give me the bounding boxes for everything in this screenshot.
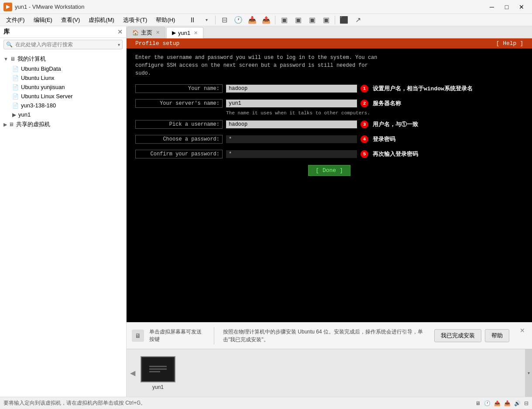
done-button[interactable]: [ Done ]: [308, 165, 350, 176]
installer-title: Profile setup: [135, 40, 179, 47]
status-icon-4: 📥: [504, 400, 511, 406]
close-button[interactable]: ✕: [515, 3, 529, 11]
app-icon-symbol: ▶: [6, 4, 10, 10]
thumb-scroll-left-icon[interactable]: ◀: [130, 369, 135, 377]
vm-icon: 📄: [12, 75, 19, 81]
ann-text-2: 服务器名称: [371, 99, 403, 108]
menu-tabs[interactable]: 选项卡(T): [119, 15, 152, 25]
sidebar-item-ubuntu-linux-server[interactable]: 📄 Ubuntu Linux Server: [9, 92, 126, 101]
tab-home-close[interactable]: ✕: [156, 30, 160, 35]
bottom-close-icon[interactable]: ✕: [518, 325, 527, 336]
toolbar-expand-btn[interactable]: ↗: [352, 15, 364, 25]
installer-description: Enter the username and password you will…: [135, 54, 523, 77]
toolbar-vm1-btn[interactable]: ▣: [278, 15, 290, 25]
toolbar-receive-btn[interactable]: 📤: [260, 15, 272, 25]
bottom-panel: 🖥 单击虚拟屏幕幕可发送按键 按照在物理计算机中的步骤安装 Ubuntu 64 …: [127, 322, 532, 397]
input-username[interactable]: hadoop: [226, 120, 357, 128]
sidebar-item-ubuntu-yunjisuan[interactable]: 📄 Ubuntu yunjisuan: [9, 82, 126, 92]
thumb-scroll-right-icon[interactable]: ▾: [525, 349, 532, 397]
done-button-container: [ Done ]: [135, 167, 523, 174]
sidebar-item-yun1[interactable]: ▶ yun1: [9, 110, 126, 119]
toolbar-pause-btn[interactable]: ⏸: [186, 15, 199, 25]
ann-text-3: 用户名，与①一致: [371, 120, 420, 129]
menu-file[interactable]: 文件(F): [2, 15, 29, 25]
annotation-3: 3 用户名，与①一致: [360, 120, 420, 129]
sidebar-search-container: 🔍 ▾: [0, 38, 126, 51]
thumbnail-yun1[interactable]: yun1: [141, 356, 175, 390]
tab-yun1-label: yun1: [178, 30, 190, 36]
tab-home[interactable]: 🏠 主页 ✕: [127, 27, 165, 38]
tab-yun1[interactable]: ▶ yun1 ✕: [166, 27, 203, 38]
sidebar-item-my-computer[interactable]: ▼ 🖥 我的计算机: [0, 54, 126, 64]
installer-help: [ Help ]: [496, 40, 523, 47]
menu-view[interactable]: 查看(V): [57, 15, 84, 25]
vm-icon: 📄: [12, 84, 19, 90]
sidebar-title: 库: [3, 28, 10, 36]
ann-text-4: 登录密码: [371, 135, 397, 144]
circle-num-2: 2: [360, 100, 368, 107]
statusbar-text: 要将输入定向到该虚拟机，请在虚拟机内部单击或按 Ctrl+G。: [3, 399, 146, 407]
vm-label: Ubuntu yunjisuan: [21, 84, 65, 90]
toolbar-pause-dropdown[interactable]: ▾: [200, 15, 213, 25]
input-password[interactable]: *: [226, 135, 357, 143]
expand-icon: ▼: [3, 56, 8, 62]
bottom-divider: [214, 327, 214, 344]
menu-vm[interactable]: 虚拟机(M): [84, 15, 119, 25]
bottom-buttons: 我已完成安装 帮助: [434, 329, 509, 342]
sidebar-item-ubuntu-liunx[interactable]: 📄 Ubuntu Liunx: [9, 73, 126, 82]
input-server-name[interactable]: yun1: [226, 100, 357, 107]
installer-body: Enter the username and password you will…: [127, 48, 532, 179]
input-your-name[interactable]: hadoop: [226, 85, 357, 93]
search-icon: 🔍: [6, 41, 13, 48]
statusbar: 要将输入定向到该虚拟机，请在虚拟机内部单击或按 Ctrl+G。 🖥 🕐 📤 📥 …: [0, 397, 532, 409]
server-hint: The name it uses when it talks to other …: [226, 110, 523, 116]
circle-num-4: 4: [360, 135, 368, 143]
vm-screen[interactable]: Profile setup [ Help ] Enter the usernam…: [127, 38, 532, 322]
tab-yun1-close[interactable]: ✕: [194, 30, 198, 36]
toolbar-vm2-btn[interactable]: ▣: [292, 15, 304, 25]
label-confirm-password: Confirm your password:: [135, 150, 223, 158]
search-dropdown-icon[interactable]: ▾: [118, 42, 120, 47]
sidebar-item-ubuntu-bigdata[interactable]: 📄 Ubuntu BigData: [9, 64, 126, 73]
maximize-button[interactable]: □: [500, 3, 514, 11]
toolbar-vm4-btn[interactable]: ▣: [320, 15, 332, 25]
thumbnail-content: [149, 366, 167, 372]
sidebar-item-shared[interactable]: ▶ 🖥 共享的虚拟机: [0, 119, 126, 130]
tree-group-my-computer: ▼ 🖥 我的计算机 📄 Ubuntu BigData 📄 Ubuntu Liun…: [0, 53, 126, 131]
vm-label: Ubuntu BigData: [21, 65, 61, 72]
thumb-line-1: [149, 366, 167, 367]
tree-children: 📄 Ubuntu BigData 📄 Ubuntu Liunx 📄 Ubuntu…: [0, 64, 126, 119]
sidebar-close-icon[interactable]: ✕: [117, 28, 123, 35]
complete-install-button[interactable]: 我已完成安装: [434, 329, 481, 342]
app-icon: ▶: [3, 3, 12, 11]
right-pane: 🏠 主页 ✕ ▶ yun1 ✕ Profile setup [ Help ]: [127, 26, 532, 397]
input-confirm-password[interactable]: *: [226, 150, 357, 158]
toolbar-vm3-btn[interactable]: ▣: [306, 15, 318, 25]
toolbar-terminal-btn[interactable]: ⬛: [338, 15, 350, 25]
form-row-confirm-password: Confirm your password: * 5 再次输入登录密码: [135, 150, 523, 158]
tabbar: 🏠 主页 ✕ ▶ yun1 ✕: [127, 26, 532, 38]
menu-help[interactable]: 帮助(H): [151, 15, 179, 25]
vm-label: yun3-138-180: [21, 102, 56, 109]
toolbar-send-btn[interactable]: 📥: [246, 15, 258, 25]
annotation-4: 4 登录密码: [360, 135, 397, 144]
thumbnail-strip: ◀ yun1 ▾: [127, 349, 532, 397]
annotation-5: 5 再次输入登录密码: [360, 150, 420, 158]
menubar: 文件(F) 编辑(E) 查看(V) 虚拟机(M) 选项卡(T) 帮助(H) ⏸ …: [0, 14, 532, 26]
help-button[interactable]: 帮助: [485, 329, 509, 342]
form-row-username: Pick a username: hadoop 3 用户名，与①一致: [135, 120, 523, 129]
toolbar-snapshot-btn[interactable]: 🕐: [232, 15, 244, 25]
status-icon-3: 📤: [494, 400, 501, 406]
sidebar-search-input[interactable]: [3, 40, 123, 49]
shared-icon: 🖥: [9, 121, 14, 127]
sidebar-item-yun3[interactable]: 📄 yun3-138-180: [9, 101, 126, 110]
ann-text-1: 设置用户名，相当于window系统登录名: [371, 84, 474, 93]
window-controls: ─ □ ✕: [485, 3, 529, 11]
label-password: Choose a password:: [135, 135, 223, 144]
toolbar-display-btn[interactable]: ⊟: [218, 15, 230, 25]
toolbar-divider-2: [275, 16, 275, 24]
minimize-button[interactable]: ─: [485, 3, 499, 11]
menu-edit[interactable]: 编辑(E): [29, 15, 57, 25]
toolbar-divider-1: [215, 16, 216, 24]
circle-num-3: 3: [360, 120, 368, 128]
